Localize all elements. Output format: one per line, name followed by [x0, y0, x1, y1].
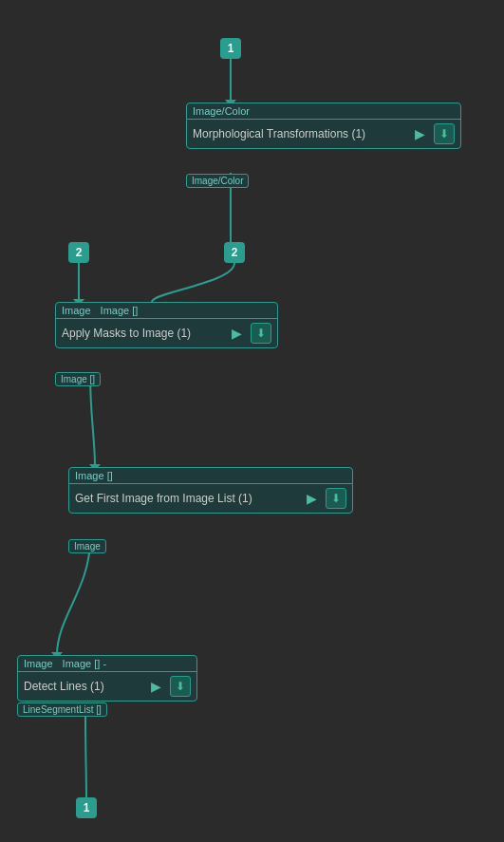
node-morphological: Image/Color Morphological Transformation…: [186, 103, 461, 149]
node-detect-lines-label: Detect Lines (1): [24, 680, 141, 693]
apply-masks-play-button[interactable]: [226, 323, 247, 344]
node-apply-masks-body: Apply Masks to Image (1): [56, 319, 277, 347]
node-detect-lines: Image Image [] - Detect Lines (1): [17, 655, 197, 702]
node-get-first-header: Image []: [69, 468, 352, 484]
node-detect-lines-header: Image Image [] -: [18, 656, 196, 672]
badge-2-right: 2: [224, 242, 245, 263]
node-morphological-header: Image/Color: [187, 103, 460, 120]
detect-lines-down-button[interactable]: [170, 676, 191, 697]
get-first-down-button[interactable]: [326, 488, 346, 509]
node-apply-masks-header: Image Image []: [56, 303, 277, 319]
node-morphological-body: Morphological Transformations (1): [187, 120, 460, 148]
node-get-first-body: Get First Image from Image List (1): [69, 484, 352, 513]
badge-2-left: 2: [68, 242, 89, 263]
node-morphological-label: Morphological Transformations (1): [193, 127, 405, 140]
morphological-play-button[interactable]: [409, 123, 430, 144]
node-get-first-label: Get First Image from Image List (1): [75, 492, 297, 505]
detect-lines-play-button[interactable]: [145, 676, 166, 697]
node-apply-masks: Image Image [] Apply Masks to Image (1): [55, 302, 278, 348]
node-detect-lines-body: Detect Lines (1): [18, 672, 196, 701]
get-first-play-button[interactable]: [301, 488, 322, 509]
badge-1-top: 1: [220, 38, 241, 59]
get-first-out-port: Image: [68, 539, 106, 553]
node-apply-masks-label: Apply Masks to Image (1): [62, 327, 222, 340]
morphological-out-port: Image/Color: [186, 174, 249, 188]
apply-masks-out-port: Image []: [55, 372, 101, 386]
apply-masks-down-button[interactable]: [251, 323, 271, 344]
badge-1-bottom: 1: [76, 797, 97, 818]
detect-lines-out-port: LineSegmentList []: [17, 702, 107, 717]
morphological-down-button[interactable]: [434, 123, 455, 144]
node-get-first: Image [] Get First Image from Image List…: [68, 467, 353, 514]
